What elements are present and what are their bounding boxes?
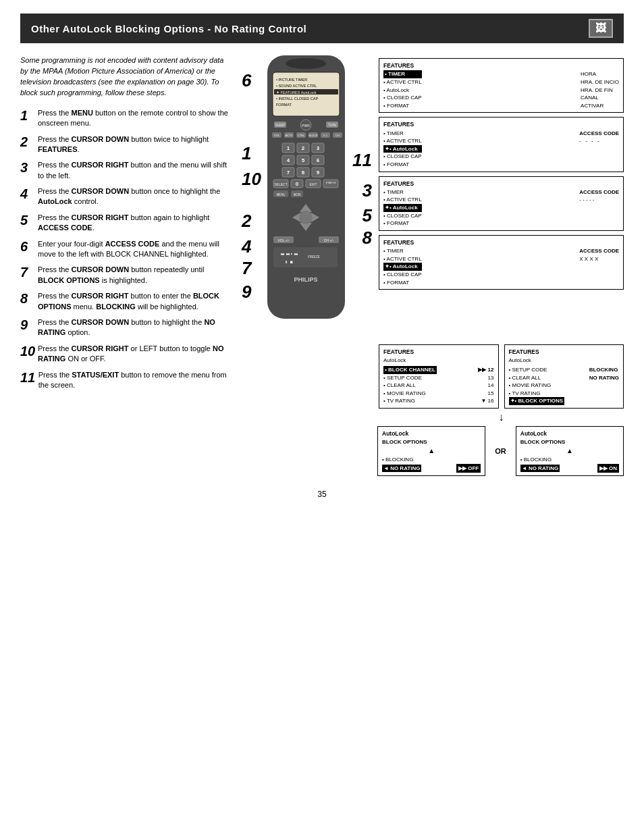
features-menu-box-left: FEATURES AutoLock • BLOCK CHANNEL ▶▶ 12 … xyxy=(379,344,499,409)
fm-title-left: FEATURES xyxy=(383,348,494,356)
fm-r-blocking: BLOCKING xyxy=(589,366,619,374)
fm-num-15: 15 xyxy=(488,390,494,398)
svg-text:CTRL: CTRL xyxy=(298,134,305,137)
svg-text:EXIT: EXIT xyxy=(309,182,317,186)
intro-text: Some programming is not encoded with con… xyxy=(20,55,230,99)
svg-text:1: 1 xyxy=(287,145,290,151)
bo-right-subtitle: BLOCK OPTIONS xyxy=(520,438,619,446)
features-menus: FEATURES AutoLock • BLOCK CHANNEL ▶▶ 12 … xyxy=(379,344,624,409)
cb3-active: • ACTIVE CTRL xyxy=(383,196,422,204)
callout-box-4: FEATURES • TIMER • ACTIVE CTRL ✦• AutoLo… xyxy=(379,235,624,290)
or-label: OR xyxy=(491,447,510,455)
step-text: Press the CURSOR DOWN button once to hig… xyxy=(38,186,230,207)
cb4-access-label: ACCESS CODE xyxy=(579,247,619,255)
cb4-format: • FORMAT xyxy=(383,279,422,287)
fm-r-clear: • CLEAR ALL xyxy=(509,374,565,382)
page-header: Other AutoLock Blocking Options - No Rat… xyxy=(20,14,624,43)
main-content: Some programming is not encoded with con… xyxy=(20,55,624,476)
fm-arrow-12: ▶▶ 12 xyxy=(478,366,493,374)
fm-setup: • SETUP CODE xyxy=(383,374,422,382)
step-num-6: 6 xyxy=(242,70,251,91)
features-menu-row: FEATURES AutoLock • BLOCK CHANNEL ▶▶ 12 … xyxy=(240,344,624,409)
cb1-title: FEATURES xyxy=(383,61,619,70)
svg-text:PWR: PWR xyxy=(302,124,310,128)
fm-r-setup: • SETUP CODE xyxy=(509,366,565,374)
step-text: Press the MENU button on the remote cont… xyxy=(38,108,230,129)
step-num-2: 2 xyxy=(242,211,251,232)
svg-rect-66 xyxy=(273,247,338,267)
svg-text:• SOUND      ACTIVE CTRL: • SOUND ACTIVE CTRL xyxy=(276,84,317,88)
callout-box-2: FEATURES • TIMER • ACTIVE CTRL ✦• AutoLo… xyxy=(379,117,624,172)
remote-svg: • PICTURE TIMER • SOUND ACTIVE CTRL ✦ FE… xyxy=(254,55,358,339)
step-item-11: 11 Press the STATUS/EXIT button to remov… xyxy=(20,370,230,391)
cb1-autolock: • AutoLock xyxy=(383,86,422,95)
step-num-4: 4 xyxy=(242,236,251,257)
fm-movie: • MOVIE RATING xyxy=(383,390,426,398)
cb2-content: • TIMER • ACTIVE CTRL ✦• AutoLock • CLOS… xyxy=(383,130,619,169)
cb4-autolock: ✦• AutoLock xyxy=(383,263,422,271)
step-text: Press the CURSOR RIGHT button to enter t… xyxy=(38,291,230,312)
step-item-7: 7 Press the CURSOR DOWN button repeatedl… xyxy=(20,265,230,286)
step-num-9: 9 xyxy=(242,282,251,303)
remote-area: • PICTURE TIMER • SOUND ACTIVE CTRL ✦ FE… xyxy=(240,55,372,339)
block-options-left: AutoLock BLOCK OPTIONS ▲ • BLOCKING ◄ NO… xyxy=(377,426,485,477)
step-num-1: 1 xyxy=(242,143,251,164)
page: Other AutoLock Blocking Options - No Rat… xyxy=(0,0,644,838)
svg-text:• INSTALL    CLOSED CAP: • INSTALL CLOSED CAP xyxy=(276,97,318,101)
cb1-timer: • TIMER xyxy=(383,70,422,78)
cb1-hincio: HRA. DE INCIO xyxy=(581,78,619,86)
svg-text:6: 6 xyxy=(317,157,320,163)
cb4-active: • ACTIVE CTRL xyxy=(383,255,422,263)
svg-text:0-1: 0-1 xyxy=(323,134,328,137)
cb2-format: • FORMAT xyxy=(383,161,422,169)
cb1-content: • TIMER • ACTIVE CTRL • AutoLock • CLOSE… xyxy=(383,70,619,109)
cb1-activar: ACTIVAR xyxy=(581,102,619,110)
step-number: 3 xyxy=(20,161,32,174)
block-options-right: AutoLock BLOCK OPTIONS ▲ • BLOCKING ◄ NO… xyxy=(516,426,624,477)
fm-r-block-options: ✦• BLOCK OPTIONS xyxy=(509,397,565,405)
step-text: Press the CURSOR RIGHT or LEFT button to… xyxy=(38,344,230,365)
step-number: 7 xyxy=(20,265,32,279)
bo-left-blocking: • BLOCKING xyxy=(382,456,481,464)
page-number: 35 xyxy=(20,490,624,499)
header-title: Other AutoLock Blocking Options - No Rat… xyxy=(31,23,306,34)
step-number: 4 xyxy=(20,187,32,201)
step-num-5: 5 xyxy=(363,205,372,226)
step-num-8: 8 xyxy=(363,228,372,248)
step-item-10: 10 Press the CURSOR RIGHT or LEFT button… xyxy=(20,344,230,365)
step-text: Press the CURSOR RIGHT button again to h… xyxy=(38,213,230,234)
cb4-title: FEATURES xyxy=(383,238,619,246)
step-item-6: 6 Enter your four-digit ACCESS CODE and … xyxy=(20,239,230,260)
step-item-1: 1 Press the MENU button on the remote co… xyxy=(20,108,230,129)
cb3-autolock: ✦• AutoLock xyxy=(383,204,422,212)
bo-right-no-rating: ◄ NO RATING xyxy=(520,465,560,473)
cb1-hfin: HRA. DE FIN xyxy=(581,86,619,95)
fm-r-no-rating: NO RATING xyxy=(589,374,619,382)
step-number: 9 xyxy=(20,318,32,332)
step-item-5: 5 Press the CURSOR RIGHT button again to… xyxy=(20,213,230,234)
cb3-format: • FORMAT xyxy=(383,219,422,228)
step-number: 5 xyxy=(20,213,32,227)
bo-right-on: ▶▶ ON xyxy=(597,464,619,473)
bo-right-title: AutoLock xyxy=(520,429,619,438)
step-num-7: 7 xyxy=(242,258,251,279)
fm-clear: • CLEAR ALL xyxy=(383,382,416,390)
svg-text:7: 7 xyxy=(287,169,290,176)
svg-text:✦ FEATURES   AutoLock: ✦ FEATURES AutoLock xyxy=(276,90,317,95)
svg-text:2: 2 xyxy=(302,145,305,151)
svg-text:0: 0 xyxy=(296,181,299,187)
cb4-closed: • CLOSED CAP xyxy=(383,271,422,279)
diagram-top: • PICTURE TIMER • SOUND ACTIVE CTRL ✦ FE… xyxy=(240,55,624,339)
svg-text:3: 3 xyxy=(317,145,320,151)
svg-point-1 xyxy=(286,58,326,69)
fm-subtitle-left: AutoLock xyxy=(383,357,494,365)
step-item-4: 4 Press the CURSOR DOWN button once to h… xyxy=(20,186,230,207)
fm-r-tv: • TV RATING xyxy=(509,390,565,398)
instructions-panel: Some programming is not encoded with con… xyxy=(20,55,230,476)
cb3-title: FEATURES xyxy=(383,180,619,188)
cb3-timer: • TIMER xyxy=(383,188,422,197)
cb1-hora: HORA xyxy=(581,70,619,78)
fm-block-channel: • BLOCK CHANNEL xyxy=(383,366,437,374)
svg-text:• PICTURE    TIMER: • PICTURE TIMER xyxy=(276,78,307,82)
svg-text:TV/AV: TV/AV xyxy=(328,124,337,127)
